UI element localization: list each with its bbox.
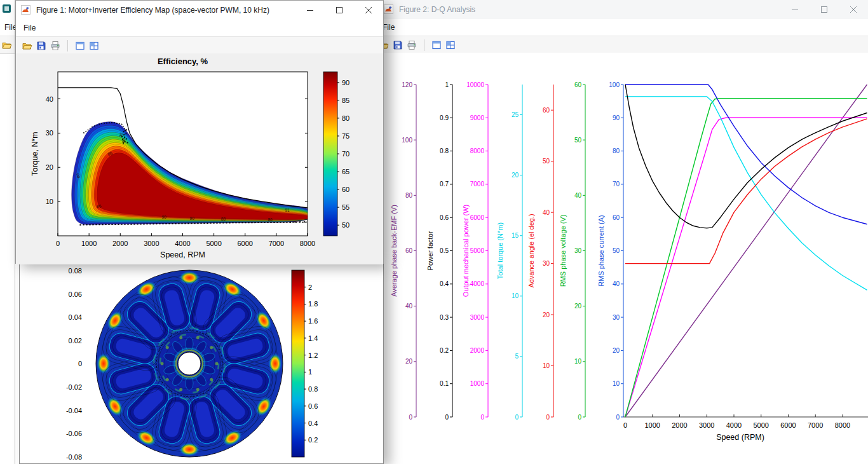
- svg-text:0.04: 0.04: [69, 313, 82, 321]
- figure1-file-menu[interactable]: File: [20, 22, 39, 34]
- svg-text:4000: 4000: [726, 421, 742, 429]
- strip-file-menu[interactable]: File: [0, 21, 17, 34]
- svg-text:50: 50: [574, 137, 582, 144]
- svg-text:20: 20: [405, 358, 413, 365]
- svg-text:0: 0: [578, 414, 581, 421]
- figure1-titlebar[interactable]: Figure 1: Motor+Inverter Efficiency Map …: [16, 1, 383, 20]
- svg-text:20: 20: [543, 311, 550, 318]
- svg-text:70: 70: [613, 181, 620, 188]
- svg-text:10: 10: [512, 292, 519, 299]
- print-icon[interactable]: [50, 41, 60, 51]
- svg-text:9000: 9000: [470, 114, 485, 121]
- svg-text:0: 0: [623, 421, 627, 429]
- svg-text:1: 1: [308, 368, 312, 376]
- svg-text:6000: 6000: [238, 240, 253, 247]
- open-folder-icon[interactable]: [2, 40, 12, 50]
- svg-text:5: 5: [515, 353, 519, 360]
- svg-text:20: 20: [574, 303, 582, 310]
- figure1-canvas: 8590908085908886919010203040010002000300…: [16, 53, 383, 264]
- svg-text:90: 90: [190, 216, 195, 221]
- svg-text:2: 2: [308, 283, 312, 291]
- svg-text:65: 65: [342, 168, 349, 175]
- svg-text:1: 1: [445, 81, 449, 88]
- svg-text:0.6: 0.6: [440, 214, 449, 221]
- app-icon: [3, 4, 13, 15]
- svg-text:2000: 2000: [112, 240, 128, 247]
- svg-text:85: 85: [342, 97, 349, 104]
- svg-text:50: 50: [613, 247, 620, 254]
- svg-text:40: 40: [543, 209, 550, 216]
- figure3-window: 0.080.060.040.020-0.02-0.04-0.06-0.0821.…: [19, 264, 384, 464]
- svg-text:40: 40: [613, 280, 620, 287]
- svg-text:0.8: 0.8: [308, 385, 318, 393]
- svg-text:40: 40: [574, 192, 582, 199]
- svg-text:Total torque (N*m): Total torque (N*m): [496, 222, 504, 279]
- svg-text:6000: 6000: [470, 214, 485, 221]
- svg-text:0.4: 0.4: [440, 280, 449, 287]
- svg-text:30: 30: [46, 129, 53, 137]
- figure1-menubar: File: [16, 20, 383, 36]
- svg-text:30: 30: [543, 260, 550, 267]
- toolbar-separator: [67, 40, 68, 51]
- figure1-close-button[interactable]: [354, 1, 383, 20]
- svg-text:3000: 3000: [699, 421, 714, 429]
- figure1-minimize-button[interactable]: [295, 1, 325, 20]
- svg-text:10: 10: [613, 380, 620, 387]
- svg-text:0: 0: [515, 414, 519, 421]
- svg-text:1000: 1000: [645, 421, 660, 429]
- strip-titlebar[interactable]: [0, 0, 15, 19]
- figure1-maximize-button[interactable]: [325, 1, 354, 20]
- svg-text:70: 70: [342, 150, 349, 158]
- figure1-title: Figure 1: Motor+Inverter Efficiency Map …: [36, 6, 269, 15]
- svg-text:15: 15: [512, 232, 519, 239]
- svg-text:100: 100: [402, 137, 412, 144]
- svg-text:0: 0: [480, 414, 484, 421]
- svg-text:0.6: 0.6: [308, 402, 318, 410]
- svg-text:75: 75: [342, 132, 349, 140]
- svg-text:60: 60: [342, 186, 349, 193]
- svg-text:90: 90: [613, 114, 620, 121]
- svg-text:60: 60: [574, 81, 582, 88]
- svg-text:-0.08: -0.08: [66, 453, 82, 461]
- svg-text:80: 80: [613, 147, 620, 154]
- svg-text:1.8: 1.8: [308, 300, 318, 308]
- svg-text:8000: 8000: [300, 240, 315, 247]
- svg-text:50: 50: [342, 221, 349, 229]
- svg-text:Power factor: Power factor: [426, 231, 434, 270]
- svg-text:20: 20: [46, 163, 53, 171]
- svg-text:Speed (RPM): Speed (RPM): [716, 433, 764, 442]
- svg-text:0.08: 0.08: [69, 267, 82, 275]
- svg-text:1.6: 1.6: [308, 317, 318, 325]
- svg-text:0.7: 0.7: [440, 181, 449, 188]
- svg-text:5000: 5000: [754, 421, 769, 429]
- svg-text:Efficiency, %: Efficiency, %: [158, 57, 208, 66]
- svg-text:-0.02: -0.02: [66, 383, 82, 391]
- svg-text:0.1: 0.1: [440, 380, 449, 387]
- svg-text:0: 0: [78, 360, 82, 367]
- svg-text:25: 25: [512, 111, 519, 118]
- svg-text:40: 40: [405, 303, 413, 310]
- svg-text:0: 0: [56, 240, 60, 247]
- dock-single-icon[interactable]: [75, 41, 85, 51]
- svg-text:0.2: 0.2: [440, 347, 449, 354]
- svg-text:8000: 8000: [470, 147, 485, 154]
- svg-text:55: 55: [342, 203, 349, 211]
- svg-text:0.06: 0.06: [69, 290, 82, 298]
- dock-grid-icon[interactable]: [89, 41, 99, 51]
- matlab-figure-icon: [21, 5, 31, 15]
- svg-text:0: 0: [616, 414, 620, 421]
- svg-text:60: 60: [405, 247, 413, 254]
- svg-text:4000: 4000: [470, 280, 485, 287]
- save-icon[interactable]: [36, 41, 46, 51]
- svg-text:90: 90: [161, 215, 166, 219]
- svg-text:Average phase back-EMF (V): Average phase back-EMF (V): [390, 205, 398, 297]
- svg-text:80: 80: [405, 192, 413, 199]
- svg-text:0.2: 0.2: [308, 436, 318, 444]
- svg-text:3000: 3000: [144, 240, 159, 247]
- svg-text:Torque, N*m: Torque, N*m: [31, 132, 39, 175]
- open-folder-icon[interactable]: [22, 41, 32, 51]
- svg-text:10: 10: [46, 198, 53, 205]
- svg-text:7000: 7000: [269, 240, 284, 247]
- svg-text:5000: 5000: [206, 240, 221, 247]
- svg-text:Speed, RPM: Speed, RPM: [160, 250, 205, 259]
